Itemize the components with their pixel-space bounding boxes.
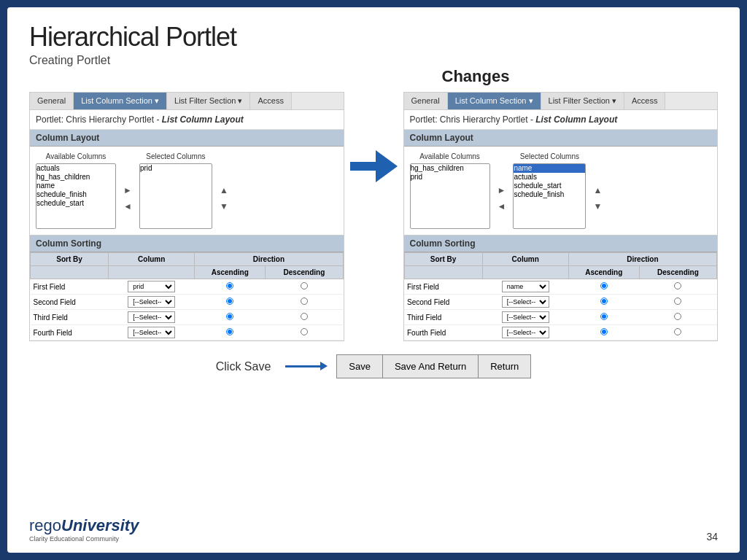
right-sort1-asc[interactable] (600, 282, 608, 289)
right-sort4-desc[interactable] (674, 328, 681, 335)
right-third-field-select[interactable]: [--Select--] (502, 311, 549, 323)
left-sort4-desc[interactable] (301, 328, 308, 335)
right-fourth-field-select[interactable]: [--Select--] (502, 327, 549, 338)
title-section: Hierarchical Portlet Creating Portlet (29, 22, 718, 67)
right-move-left-btn[interactable]: ◄ (496, 200, 508, 213)
left-available-listbox[interactable]: actuals hg_has_children name schedule_fi… (36, 163, 116, 229)
left-move-right-btn[interactable]: ► (122, 184, 133, 197)
logo-rego: rego (29, 516, 61, 534)
right-panel: General List Column Section ▾ List Filte… (403, 92, 719, 341)
right-sorting-table: Sort By Column Direction Ascending Desce… (404, 252, 718, 341)
right-ascending-header: Ascending (568, 266, 639, 279)
left-sort2-asc[interactable] (226, 298, 233, 305)
left-sorting-section: Column Sorting Sort By Column Direction … (30, 235, 344, 341)
left-tab-access[interactable]: Access (250, 93, 291, 109)
right-direction-header: Direction (568, 253, 716, 266)
subtitle: Creating Portlet (29, 54, 718, 67)
left-second-field-select[interactable]: [--Select--] (128, 296, 175, 308)
right-sort-row-4: Fourth Field [--Select--] (404, 325, 717, 341)
right-sort3-desc[interactable] (674, 313, 681, 320)
right-tab-filter[interactable]: List Filter Section ▾ (541, 93, 624, 109)
right-selected-label: Selected Columns (520, 152, 579, 160)
arrow-between (344, 92, 403, 182)
right-move-right-btn[interactable]: ► (496, 184, 508, 197)
right-sort2-asc[interactable] (600, 298, 608, 305)
left-sort1-desc[interactable] (301, 282, 308, 289)
right-descending-header: Descending (639, 266, 716, 279)
left-tab-general[interactable]: General (30, 93, 74, 109)
left-ascending-header: Ascending (195, 266, 266, 279)
right-selected-group: Selected Columns name actuals schedule_s… (513, 152, 586, 229)
left-vert-arrows: ▲ ▼ (218, 152, 230, 229)
right-tabs-bar: General List Column Section ▾ List Filte… (404, 93, 718, 110)
main-title: Hierarchical Portlet (29, 22, 718, 52)
bottom-section: Click Save Save Save And Return Return (29, 354, 718, 378)
right-column-header: Column (482, 253, 568, 266)
left-first-field-label: First Field (31, 279, 109, 295)
left-move-down-btn[interactable]: ▼ (218, 200, 230, 213)
bottom-arrow (285, 365, 322, 368)
right-portlet-title: Portlet: Chris Hierarchy Portlet - List … (404, 110, 718, 130)
right-available-group: Available Columns hg_has_children prid (410, 152, 490, 229)
left-first-field-select[interactable]: prid (128, 281, 175, 292)
right-third-field-label: Third Field (404, 310, 482, 325)
left-sort4-asc[interactable] (226, 328, 233, 335)
right-first-field-label: First Field (404, 279, 482, 295)
right-second-field-select[interactable]: [--Select--] (502, 296, 549, 308)
left-sort-row-4: Fourth Field [--Select--] (31, 325, 344, 341)
left-tab-list-column[interactable]: List Column Section ▾ (74, 93, 167, 109)
right-sort-by-header: Sort By (404, 253, 482, 266)
footer-logo: regoUniversity Clarity Educational Commu… (29, 516, 139, 542)
save-and-return-button[interactable]: Save And Return (383, 355, 479, 378)
left-panel: General List Column Section ▾ List Filte… (29, 92, 344, 341)
right-first-field-select[interactable]: name (502, 281, 549, 292)
left-available-label: Available Columns (46, 152, 107, 160)
left-sort-row-2: Second Field [--Select--] (31, 295, 344, 310)
left-sort3-desc[interactable] (301, 313, 308, 320)
right-sorting-header: Column Sorting (404, 236, 718, 252)
left-selected-label: Selected Columns (146, 152, 205, 160)
right-vert-arrows: ▲ ▼ (592, 152, 603, 229)
right-fourth-field-label: Fourth Field (404, 325, 482, 341)
right-sort4-asc[interactable] (600, 328, 608, 335)
left-column-header: Column (109, 253, 195, 266)
left-sort2-desc[interactable] (301, 298, 308, 305)
right-move-arrows: ► ◄ (496, 152, 508, 229)
logo-text: regoUniversity (29, 516, 139, 535)
left-second-field-label: Second Field (31, 295, 109, 310)
right-available-label: Available Columns (419, 152, 480, 160)
click-save-label: Click Save (216, 360, 271, 373)
left-sorting-table: Sort By Column Direction Ascending Desce… (30, 252, 344, 341)
right-sort1-desc[interactable] (674, 282, 681, 289)
left-sort1-asc[interactable] (226, 282, 233, 289)
left-fourth-field-select[interactable]: [--Select--] (128, 327, 175, 338)
page-number: 34 (706, 531, 718, 542)
right-tab-list-column[interactable]: List Column Section ▾ (448, 93, 541, 109)
left-selected-listbox[interactable]: prid (139, 163, 212, 229)
right-sort-row-1: First Field name (404, 279, 717, 295)
left-available-group: Available Columns actuals hg_has_childre… (36, 152, 116, 229)
right-col-layout-inner: Available Columns hg_has_children prid ►… (410, 152, 712, 229)
right-tab-general[interactable]: General (404, 93, 448, 109)
left-tab-filter[interactable]: List Filter Section ▾ (167, 93, 250, 109)
left-move-left-btn[interactable]: ◄ (122, 200, 133, 213)
left-sort3-asc[interactable] (226, 313, 233, 320)
right-column-layout-header: Column Layout (404, 130, 718, 147)
return-button[interactable]: Return (479, 355, 530, 378)
left-third-field-select[interactable]: [--Select--] (128, 311, 175, 323)
right-tab-access[interactable]: Access (624, 93, 665, 109)
logo-subtitle: Clarity Educational Community (29, 535, 139, 542)
left-move-up-btn[interactable]: ▲ (218, 184, 230, 197)
right-available-listbox[interactable]: hg_has_children prid (410, 163, 490, 229)
save-button[interactable]: Save (337, 355, 383, 378)
right-move-down-btn[interactable]: ▼ (592, 200, 603, 213)
right-sort-row-2: Second Field [--Select--] (404, 295, 717, 310)
right-move-up-btn[interactable]: ▲ (592, 184, 603, 197)
right-sort3-asc[interactable] (600, 313, 608, 320)
right-selected-listbox[interactable]: name actuals schedule_start schedule_fin… (513, 163, 586, 229)
changes-label: Changes (233, 67, 718, 86)
left-third-field-label: Third Field (31, 310, 109, 325)
panels-row: General List Column Section ▾ List Filte… (29, 92, 718, 341)
left-selected-group: Selected Columns prid (139, 152, 212, 229)
right-sort2-desc[interactable] (674, 298, 681, 305)
